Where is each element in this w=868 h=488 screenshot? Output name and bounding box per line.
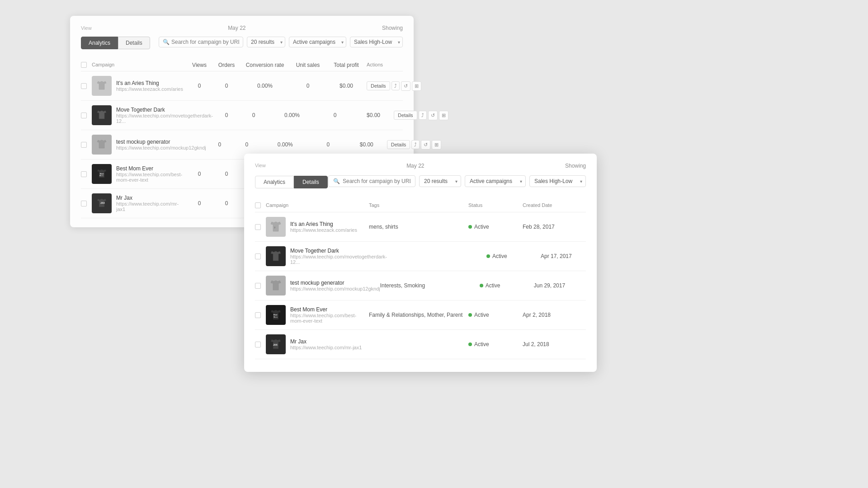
front-row1-tags: mens, shirts xyxy=(369,224,468,230)
back-row3-cb xyxy=(81,142,92,148)
back-row2-details-btn[interactable]: Details xyxy=(394,111,417,120)
back-row2-actions: Details ⤴ ↺ ⊞ xyxy=(394,111,430,120)
back-row3-orders: 0 xyxy=(233,141,260,148)
back-row5-thumb: JAX xyxy=(92,193,112,213)
back-row2-grid-btn[interactable]: ⊞ xyxy=(439,111,448,120)
front-row5-created: Jul 2, 2018 xyxy=(523,341,586,347)
back-row5-tshirt-icon: JAX xyxy=(94,196,109,211)
back-row3-profit: $0.00 xyxy=(346,141,387,148)
back-row2-views: 0 xyxy=(213,112,240,118)
front-row2-status-dot xyxy=(486,254,490,258)
back-row4-views: 0 xyxy=(186,171,213,177)
front-row4-created: Apr 2, 2018 xyxy=(523,312,586,318)
back-campaigns-select[interactable]: Active campaigns xyxy=(289,37,346,47)
front-header-cb xyxy=(255,202,266,208)
front-row3-tags: Interests, Smoking xyxy=(380,282,480,289)
front-row4-info: Best Mom Ever https://www.teechip.com/be… xyxy=(290,306,369,324)
front-header-tags: Tags xyxy=(369,202,468,208)
front-row3-thumb xyxy=(266,276,286,296)
back-view-label: View xyxy=(81,25,92,31)
front-search-box: 🔍 xyxy=(328,175,415,187)
back-filters: 🔍 20 results Active campaigns Sales High… xyxy=(159,37,403,47)
front-showing: Showing xyxy=(565,163,586,169)
front-row1-status-dot xyxy=(468,225,472,229)
back-header-profit: Total profit xyxy=(326,62,367,68)
back-row-1: It's an Aries Thing https://www.teezack.… xyxy=(81,71,403,101)
back-date: May 22 xyxy=(92,25,382,31)
back-header-orders: Orders xyxy=(213,62,240,68)
front-view-label: View xyxy=(255,163,266,169)
back-row4-orders: 0 xyxy=(213,171,240,177)
back-row2-tshirt-icon xyxy=(94,108,109,122)
front-row3-campaign: test mockup generator https://www.teechi… xyxy=(266,276,380,296)
front-row-1: T It's an Aries Thing https://www.teezac… xyxy=(255,212,586,242)
page-wrapper: View May 22 Showing Analytics Details 🔍 … xyxy=(0,0,868,488)
front-row2-tshirt-icon xyxy=(268,248,284,264)
front-sort-select[interactable]: Sales High-Low xyxy=(529,175,586,187)
front-row3-status: Active xyxy=(480,282,534,289)
back-row5-orders: 0 xyxy=(213,200,240,206)
back-row3-name: test mockup generator xyxy=(116,139,206,145)
front-row-4: Best Mom Best Mom Ever https://www.teech… xyxy=(255,300,586,330)
front-row5-url: https://www.teechip.com/mr-jax1 xyxy=(290,345,362,350)
back-row3-share-btn[interactable]: ⤴ xyxy=(411,140,420,149)
front-sort-wrapper: Sales High-Low xyxy=(529,175,586,187)
back-row1-profit: $0.00 xyxy=(326,83,367,89)
back-row1-info: It's an Aries Thing https://www.teezack.… xyxy=(116,80,183,92)
back-row3-details-btn[interactable]: Details xyxy=(387,140,410,149)
front-row4-tags: Family & Relationships, Mother, Parent xyxy=(369,312,468,318)
back-row2-refresh-btn[interactable]: ↺ xyxy=(428,111,438,120)
details-card: View May 22 Showing Analytics Details 🔍 … xyxy=(244,154,597,372)
front-row2-status: Active xyxy=(486,253,541,259)
back-header-campaign: Campaign xyxy=(92,62,186,68)
back-row1-campaign: It's an Aries Thing https://www.teezack.… xyxy=(92,76,186,96)
back-row1-share-btn[interactable]: ⤴ xyxy=(392,81,400,90)
back-row2-share-btn[interactable]: ⤴ xyxy=(419,111,427,120)
back-header-unit-sales: Unit sales xyxy=(290,62,326,68)
front-campaigns-select[interactable]: Active campaigns xyxy=(465,175,526,187)
front-view-tabs: Analytics Details xyxy=(255,176,328,188)
front-row4-cb xyxy=(255,312,266,318)
front-row4-thumb: Best Mom xyxy=(266,305,286,325)
back-campaigns-wrapper: Active campaigns xyxy=(289,37,346,47)
back-row1-orders: 0 xyxy=(213,83,240,89)
back-row1-cb xyxy=(81,83,92,89)
front-row2-created: Apr 17, 2017 xyxy=(541,253,604,259)
back-row1-grid-btn[interactable]: ⊞ xyxy=(412,81,421,91)
front-filters: 🔍 20 results Active campaigns Sales High… xyxy=(328,175,586,187)
back-results-select[interactable]: 20 results xyxy=(247,37,285,47)
front-date: May 22 xyxy=(406,163,424,169)
back-tab-analytics[interactable]: Analytics xyxy=(81,37,118,49)
front-row5-thumb: JAX xyxy=(266,334,286,354)
front-row5-name: Mr Jax xyxy=(290,338,362,345)
back-search-input[interactable] xyxy=(171,39,239,45)
front-row4-name: Best Mom Ever xyxy=(290,306,369,313)
back-sort-select[interactable]: Sales High-Low xyxy=(350,37,403,47)
back-header-conversion: Conversion rate xyxy=(240,62,290,68)
front-row2-name: Move Together Dark xyxy=(290,248,387,254)
back-row4-tshirt-icon: Best Mom xyxy=(94,167,109,181)
back-row3-unit-sales: 0 xyxy=(310,141,346,148)
front-row1-url: https://www.teezack.com/aries xyxy=(290,227,357,233)
back-row2-url: https://www.teechip.com/movetogetherdark… xyxy=(116,113,213,124)
front-results-select[interactable]: 20 results xyxy=(419,175,461,187)
back-row2-conversion: 0.00% xyxy=(267,112,317,118)
back-row3-grid-btn[interactable]: ⊞ xyxy=(432,140,441,150)
front-tab-details[interactable]: Details xyxy=(294,176,328,188)
back-row3-refresh-btn[interactable]: ↺ xyxy=(421,140,430,150)
back-tab-details[interactable]: Details xyxy=(118,37,150,49)
front-tab-analytics[interactable]: Analytics xyxy=(255,176,294,188)
back-row1-unit-sales: 0 xyxy=(290,83,326,89)
back-row1-refresh-btn[interactable]: ↺ xyxy=(401,81,410,91)
front-row1-tshirt-icon: T xyxy=(268,219,284,235)
back-row5-info: Mr Jax https://www.teechip.com/mr-jax1 xyxy=(116,195,186,212)
front-row3-url: https://www.teechip.com/mockup12gkndj xyxy=(290,286,380,291)
back-showing: Showing xyxy=(382,25,403,31)
back-row1-name: It's an Aries Thing xyxy=(116,80,183,86)
back-row5-views: 0 xyxy=(186,200,213,206)
back-row1-thumb xyxy=(92,76,112,96)
front-search-input[interactable] xyxy=(343,178,410,184)
back-row1-details-btn[interactable]: Details xyxy=(367,81,390,90)
front-row4-status-dot xyxy=(468,313,472,317)
back-row3-url: https://www.teechip.com/mockup12gkndj xyxy=(116,145,206,150)
